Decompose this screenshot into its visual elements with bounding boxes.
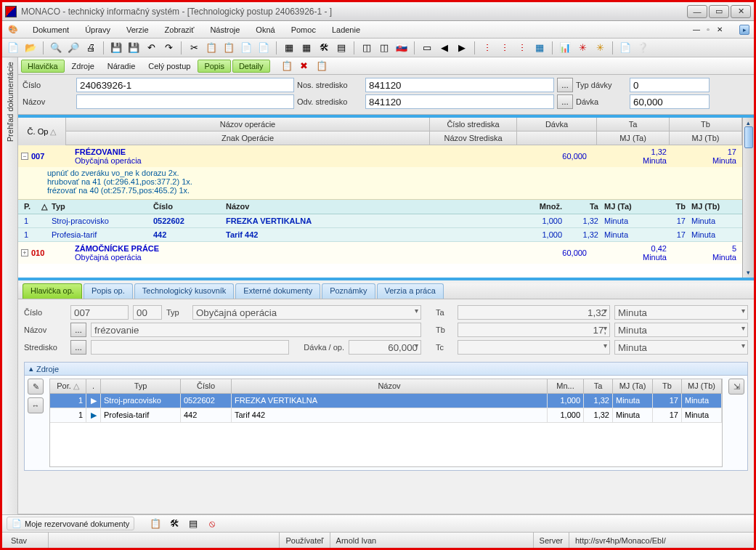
detail-tab-tech-kusovnik[interactable]: Technologický kusovník bbox=[134, 283, 235, 299]
input-nos[interactable] bbox=[365, 78, 554, 92]
cut-icon[interactable]: ✂ bbox=[186, 41, 202, 55]
new-doc-icon[interactable]: 📄 bbox=[5, 41, 21, 55]
zg-mjta[interactable]: MJ (Ta) bbox=[613, 379, 653, 393]
copy2-icon[interactable]: 📄 bbox=[238, 41, 254, 55]
df-nazov-lookup[interactable]: … bbox=[70, 323, 86, 337]
mdi-restore[interactable]: ▫ bbox=[703, 25, 713, 35]
df-tb-u[interactable] bbox=[614, 323, 748, 337]
play-icon[interactable]: ▶ bbox=[86, 394, 101, 408]
menu-pomoc[interactable]: Pomoc bbox=[288, 24, 319, 36]
col-mj-tb[interactable]: MJ (Tb) bbox=[670, 132, 742, 145]
tab-naradie[interactable]: Náradie bbox=[102, 60, 142, 72]
menu-zobrazit[interactable]: Zobraziť bbox=[162, 24, 198, 36]
flag-sk-icon[interactable]: 🇸🇰 bbox=[394, 41, 410, 55]
menu-dokument[interactable]: Dokument bbox=[30, 24, 72, 36]
col-mj-ta[interactable]: MJ (Ta) bbox=[597, 132, 670, 145]
detail-tab-hlavicka-op[interactable]: Hlavička op. bbox=[23, 283, 82, 299]
tab-hlavicka[interactable]: Hlavička bbox=[21, 60, 65, 73]
bt-icon1[interactable]: 📋 bbox=[147, 517, 163, 531]
bt-icon3[interactable]: ▤ bbox=[185, 517, 201, 531]
nav-fwd-icon[interactable]: ▶ bbox=[454, 41, 470, 55]
detail-tab-verzia[interactable]: Verzia a práca bbox=[377, 283, 444, 299]
red3-icon[interactable]: ⵗ bbox=[514, 41, 530, 55]
redx1-icon[interactable]: ✳ bbox=[574, 41, 590, 55]
df-ta-u[interactable] bbox=[614, 305, 748, 320]
collapse-icon[interactable]: − bbox=[21, 153, 28, 160]
toolbar-icon-c[interactable]: 📋 bbox=[314, 59, 330, 73]
zg-typ[interactable]: Typ bbox=[101, 379, 181, 393]
nos-lookup-button[interactable]: … bbox=[557, 78, 573, 92]
chart-icon[interactable]: 📊 bbox=[557, 41, 573, 55]
expand-icon[interactable]: + bbox=[21, 249, 28, 256]
help-icon[interactable]: ❔ bbox=[635, 41, 651, 55]
close-button[interactable]: ✕ bbox=[731, 5, 751, 18]
odv-lookup-button[interactable]: … bbox=[557, 94, 573, 109]
blue-icon[interactable]: ▦ bbox=[532, 41, 548, 55]
red2-icon[interactable]: ⵗ bbox=[497, 41, 513, 55]
tab-zdroje[interactable]: Zdroje bbox=[66, 60, 100, 72]
nav-back-icon[interactable]: ◀ bbox=[436, 41, 452, 55]
menu-upravy[interactable]: Úpravy bbox=[82, 24, 113, 36]
col-cislo-str[interactable]: Číslo strediska bbox=[430, 118, 517, 131]
menu-ladenie[interactable]: Ladenie bbox=[329, 24, 363, 36]
col-tb[interactable]: Tb bbox=[670, 118, 742, 131]
df-stred-lookup[interactable]: … bbox=[70, 340, 86, 355]
collapse-zdroje-icon[interactable]: ▴ bbox=[29, 364, 33, 373]
mdi-close[interactable]: ✕ bbox=[715, 25, 725, 35]
save-all-icon[interactable]: 💾 bbox=[126, 41, 142, 55]
star-icon[interactable]: ✳ bbox=[592, 41, 608, 55]
df-tc[interactable] bbox=[458, 340, 610, 355]
zg-cislo[interactable]: Číslo bbox=[181, 379, 232, 393]
search-icon[interactable]: 🔍 bbox=[48, 41, 64, 55]
sheet-icon[interactable]: 📄 bbox=[617, 41, 633, 55]
df-davkaop[interactable] bbox=[349, 340, 421, 355]
menu-verzie[interactable]: Verzie bbox=[123, 24, 152, 36]
paste-icon[interactable]: 📋 bbox=[221, 41, 237, 55]
save-icon[interactable]: 💾 bbox=[108, 41, 124, 55]
col-davka[interactable]: Dávka bbox=[517, 118, 597, 131]
input-cislo[interactable] bbox=[76, 78, 294, 92]
tools-icon[interactable]: 🛠 bbox=[316, 41, 332, 55]
select-icon[interactable]: ▭ bbox=[419, 41, 435, 55]
window1-icon[interactable]: ▦ bbox=[281, 41, 297, 55]
detail-tab-ext-dok[interactable]: Externé dokumenty bbox=[235, 283, 320, 299]
tab-celypostup[interactable]: Celý postup bbox=[142, 60, 196, 72]
col-nazov-str[interactable]: Názov Strediska bbox=[430, 132, 517, 145]
copy-icon[interactable]: 📋 bbox=[203, 41, 219, 55]
col-znak-op[interactable]: Znak Operácie bbox=[66, 132, 430, 145]
df-tc-u[interactable] bbox=[614, 340, 748, 355]
zdroje-row-2[interactable]: 1 ▶ Profesia-tarif 442 Tarif 442 1,000 1… bbox=[50, 408, 722, 423]
open-icon[interactable]: 📂 bbox=[23, 41, 38, 55]
play-icon[interactable]: ▶ bbox=[86, 408, 101, 422]
panel2-icon[interactable]: ◫ bbox=[376, 41, 392, 55]
toolbar-icon-b[interactable]: ✖ bbox=[296, 59, 312, 73]
zg-tb[interactable]: Tb bbox=[653, 379, 682, 393]
menu-overflow-icon[interactable]: ▸ bbox=[739, 25, 749, 35]
zg-mn[interactable]: Mn... bbox=[548, 379, 584, 393]
zg-por[interactable]: Por. △ bbox=[50, 379, 86, 393]
operation-row-010[interactable]: + 010 ZÁMOČNÍCKE PRÁCE Obyčajná operácia… bbox=[18, 242, 754, 264]
zg-mjtb[interactable]: MJ (Tb) bbox=[682, 379, 722, 393]
resource-row-2[interactable]: 1 Profesia-tarif 442 Tarif 442 1,000 1,3… bbox=[18, 228, 754, 242]
input-odv[interactable] bbox=[365, 94, 554, 109]
col-nazov-op[interactable]: Názov operácie bbox=[66, 118, 430, 131]
resource-row-1[interactable]: 1 Stroj-pracovisko 0522602 FREZKA VERTIK… bbox=[18, 214, 754, 228]
sidebar[interactable]: Prehľad dokumentácie bbox=[2, 57, 18, 514]
df-ta[interactable] bbox=[458, 305, 610, 320]
menu-nastroje[interactable]: Nástroje bbox=[207, 24, 243, 36]
window2-icon[interactable]: ▦ bbox=[298, 41, 314, 55]
zg-nazov[interactable]: Názov bbox=[232, 379, 548, 393]
input-nazov[interactable] bbox=[76, 94, 294, 109]
zg-ta[interactable]: Ta bbox=[584, 379, 613, 393]
menu-okna[interactable]: Okná bbox=[253, 24, 277, 36]
df-cislo[interactable] bbox=[70, 305, 129, 320]
df-stred[interactable] bbox=[91, 340, 289, 355]
reserved-docs-button[interactable]: 📄 Moje rezervované dokumenty bbox=[7, 517, 134, 530]
redo-icon[interactable]: ↷ bbox=[160, 41, 176, 55]
df-typ[interactable] bbox=[192, 305, 421, 320]
df-cislo2[interactable] bbox=[133, 305, 162, 320]
toolbar-icon-a[interactable]: 📋 bbox=[279, 59, 295, 73]
df-nazov[interactable] bbox=[91, 323, 421, 337]
grid-icon[interactable]: ▤ bbox=[333, 41, 349, 55]
zdroje-edit-button[interactable]: ✎ bbox=[28, 379, 44, 395]
